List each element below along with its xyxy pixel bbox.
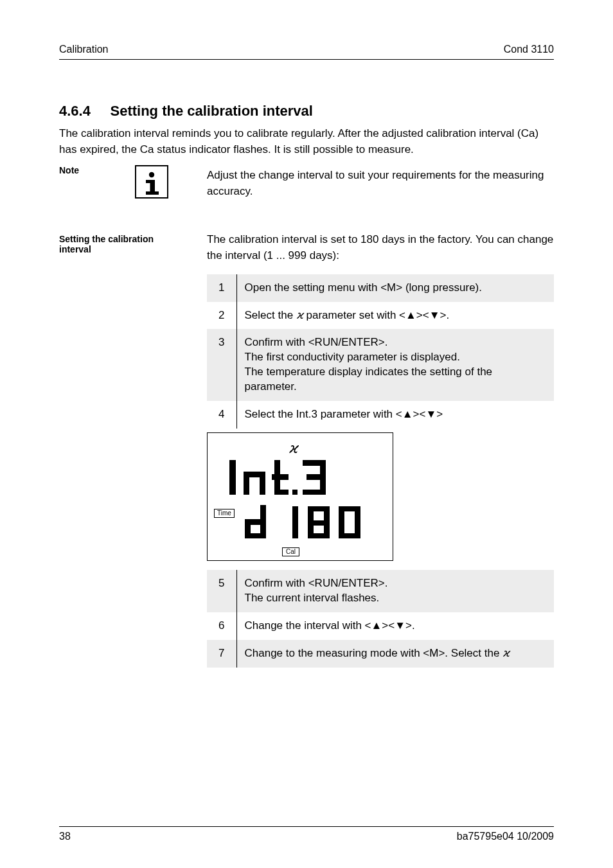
- svg-rect-4: [229, 460, 236, 495]
- doc-id: ba75795e04 10/2009: [457, 831, 554, 842]
- svg-rect-11: [292, 490, 298, 495]
- svg-rect-30: [339, 533, 360, 538]
- lcd-display: ϰ Time Cal: [207, 432, 393, 561]
- step-text: Confirm with <RUN/ENTER>.The first condu…: [236, 329, 554, 401]
- step-text: Open the setting menu with <M> (long pre…: [236, 274, 554, 302]
- cal-interval-paragraph: The calibration interval is set to 180 d…: [207, 232, 554, 263]
- step-text: Select the Int.3 parameter with <▲><▼>: [236, 401, 554, 429]
- step-number: 1: [207, 274, 236, 302]
- svg-rect-2: [150, 180, 155, 193]
- time-tag: Time: [214, 509, 235, 518]
- step-number: 6: [207, 612, 236, 640]
- svg-rect-21: [292, 506, 298, 538]
- step-number: 4: [207, 401, 236, 429]
- lcd-line2: [244, 504, 391, 545]
- step-number: 3: [207, 329, 236, 401]
- step-text: Select the ϰ parameter set with <▲><▼>.: [236, 302, 554, 330]
- kappa-icon: ϰ: [296, 309, 303, 321]
- header-right: Cond 3110: [504, 44, 554, 55]
- cal-tag: Cal: [282, 547, 299, 556]
- svg-rect-3: [146, 191, 159, 195]
- header-left: Calibration: [59, 44, 108, 55]
- intro-paragraph: The calibration interval reminds you to …: [59, 126, 554, 157]
- lcd-line1: [226, 455, 380, 500]
- steps-table: 1 Open the setting menu with <M> (long p…: [207, 274, 554, 429]
- section-title: 4.6.4 Setting the calibration interval: [59, 103, 554, 120]
- svg-rect-16: [303, 490, 326, 495]
- svg-rect-25: [308, 520, 330, 526]
- info-icon: [135, 165, 168, 199]
- section-heading: Setting the calibration interval: [111, 103, 313, 119]
- page-number: 38: [59, 831, 71, 842]
- svg-point-0: [149, 172, 154, 177]
- svg-rect-26: [308, 533, 330, 538]
- step-text: Change the interval with <▲><▼>.: [236, 612, 554, 640]
- step-text: Change to the measuring mode with <M>. S…: [236, 640, 554, 668]
- step-number: 5: [207, 570, 236, 612]
- side-label-cal-interval: Setting the calibration interval: [59, 234, 188, 254]
- svg-rect-7: [260, 472, 265, 495]
- section-number: 4.6.4: [59, 103, 91, 119]
- step-number: 2: [207, 302, 236, 330]
- svg-rect-10: [274, 490, 289, 495]
- step-text: Confirm with <RUN/ENTER>.The current int…: [236, 570, 554, 612]
- step-number: 7: [207, 640, 236, 668]
- note-label: Note: [59, 165, 188, 175]
- note-text: Adjust the change interval to suit your …: [207, 165, 554, 199]
- svg-rect-9: [272, 474, 289, 480]
- steps-table-2: 5 Confirm with <RUN/ENTER>.The current i…: [207, 570, 554, 668]
- svg-rect-20: [245, 533, 266, 538]
- kappa-icon: ϰ: [502, 647, 510, 659]
